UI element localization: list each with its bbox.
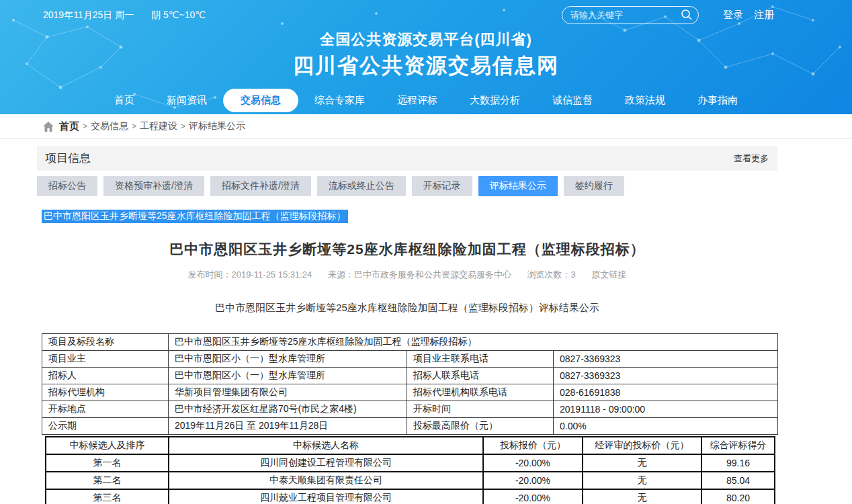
candidate-price: -20.00% — [483, 489, 583, 504]
info-value: 巴中市恩阳区小（一）型水库管理所 — [169, 368, 407, 384]
info-label: 开标地点 — [42, 401, 169, 418]
table-row: 招标人 巴中市恩阳区小（一）型水库管理所 招标人联系电话 0827-336932… — [42, 368, 778, 384]
col-header-rank: 中标候选人及排序 — [46, 437, 169, 454]
info-label: 公示期 — [42, 418, 169, 435]
tab-prequalification-supplement[interactable]: 资格预审补遗/澄清 — [103, 176, 204, 196]
view-count: 浏览次数：3 — [527, 269, 576, 280]
project-info-bar: 项目信息 查看更多 — [37, 146, 777, 171]
tab-bid-announcement[interactable]: 招标公告 — [37, 176, 97, 196]
candidate-name: 四川同创建设工程管理有限公司 — [169, 454, 483, 472]
date-weather: 2019年11月25日 周一阴 5℃~10℃ — [43, 9, 223, 22]
nav-item-guide[interactable]: 办事指南 — [681, 89, 754, 112]
site-title: 四川省公共资源交易信息网 — [0, 52, 852, 80]
candidate-rank: 第三名 — [46, 489, 169, 504]
candidate-score: 80.20 — [701, 489, 775, 504]
tab-failed-or-terminated[interactable]: 流标或终止公告 — [317, 176, 406, 196]
table-row: 第二名 中泰天顺集团有限责任公司 -20.00% 无 85.04 — [46, 472, 775, 489]
info-label: 开标时间 — [407, 401, 554, 418]
search-box — [562, 6, 699, 24]
info-value: 028-61691838 — [554, 384, 778, 401]
nav-item-news[interactable]: 新闻资讯 — [151, 89, 223, 112]
info-label: 招标人 — [42, 368, 169, 384]
breadcrumb-trade-info[interactable]: 交易信息 — [91, 120, 128, 132]
info-label: 招标代理机构联系电话 — [407, 384, 554, 401]
nav-item-remote-eval[interactable]: 远程评标 — [381, 89, 454, 112]
col-header-score: 综合评标得分 — [701, 437, 775, 454]
table-row: 公示期 2019年11月26日 至 2019年11月28日 投标最高限价（元） … — [42, 418, 778, 435]
platform-title: 全国公共资源交易平台(四川省) — [0, 30, 852, 50]
info-label: 投标最高限价（元） — [407, 418, 554, 435]
info-value: 0827-3369323 — [554, 368, 778, 384]
candidate-rank: 第二名 — [46, 472, 169, 489]
view-more-link[interactable]: 查看更多 — [734, 153, 769, 165]
info-value: 0827-3369323 — [554, 351, 778, 368]
candidate-price: -20.00% — [483, 454, 583, 472]
login-link[interactable]: 登录 — [723, 9, 743, 22]
breadcrumb-separator: > — [132, 122, 136, 131]
candidates-table: 中标候选人及排序 中标候选人名称 投标报价（元） 经评审的投标价（元） 综合评标… — [45, 436, 775, 504]
search-input[interactable] — [562, 6, 699, 24]
section-title: 项目信息 — [45, 151, 91, 166]
table-header-row: 中标候选人及排序 中标候选人名称 投标报价（元） 经评审的投标价（元） 综合评标… — [46, 437, 775, 454]
breadcrumb-eval-result[interactable]: 评标结果公示 — [189, 120, 245, 132]
table-row: 第一名 四川同创建设工程管理有限公司 -20.00% 无 99.16 — [46, 454, 775, 472]
article-subtitle: 巴中市恩阳区玉井乡断垭等25座水库枢纽除险加固工程（监理标段招标）评标结果公示 — [37, 302, 777, 314]
breadcrumb-separator: > — [181, 122, 185, 131]
col-header-name: 中标候选人名称 — [169, 437, 483, 454]
breadcrumb-home[interactable]: 首页 — [59, 120, 79, 133]
site-header: 2019年11月25日 周一阴 5℃~10℃ 登录 注册 全国公共资源交易平台(… — [0, 0, 852, 114]
candidate-score: 99.16 — [701, 454, 775, 472]
content-container: 项目信息 查看更多 招标公告 资格预审补遗/澄清 招标文件补遗/澄清 流标或终止… — [37, 139, 777, 504]
source: 来源：巴中市政务服务和公共资源交易服务中心 — [328, 269, 511, 280]
project-link-selected[interactable]: 巴中市恩阳区玉井乡断垭等25座水库枢纽除险加固工程（监理标段招标） — [42, 210, 348, 223]
table-row: 招标代理机构 华新项目管理集团有限公司 招标代理机构联系电话 028-61691… — [42, 384, 778, 401]
table-row: 开标地点 巴中市经济开发区红星路70号(市民之家4楼) 开标时间 2019111… — [42, 401, 778, 418]
topbar: 2019年11月25日 周一阴 5℃~10℃ 登录 注册 — [0, 0, 852, 24]
info-label: 招标代理机构 — [42, 384, 169, 401]
info-value: 华新项目管理集团有限公司 — [169, 384, 407, 401]
nav-item-expert-pool[interactable]: 综合专家库 — [298, 89, 381, 112]
register-link[interactable]: 注册 — [754, 9, 774, 22]
table-row: 项目及标段名称 巴中市恩阳区玉井乡断垭等25座水库枢纽除险加固工程（监理标段招标… — [42, 334, 778, 351]
weather-text: 阴 5℃~10℃ — [151, 9, 206, 20]
tab-bid-doc-supplement[interactable]: 招标文件补遗/澄清 — [210, 176, 311, 196]
tab-eval-result[interactable]: 评标结果公示 — [478, 176, 558, 196]
home-icon — [43, 122, 54, 132]
candidate-reviewed-price: 无 — [583, 489, 701, 504]
candidate-name: 四川兢业工程项目管理有限公司 — [169, 489, 483, 504]
col-header-reviewed-price: 经评审的投标价（元） — [583, 437, 701, 454]
breadcrumb-engineering[interactable]: 工程建设 — [140, 120, 177, 132]
article-meta: 发布时间：2019-11-25 15:31:24 来源：巴中市政务服务和公共资源… — [37, 269, 777, 281]
col-header-price: 投标报价（元） — [483, 437, 583, 454]
tab-contract-performance[interactable]: 签约履行 — [564, 176, 624, 196]
candidate-price: -20.00% — [483, 472, 583, 489]
project-tabs: 招标公告 资格预审补遗/澄清 招标文件补遗/澄清 流标或终止公告 开标记录 评标… — [37, 176, 777, 196]
info-value: 巴中市经济开发区红星路70号(市民之家4楼) — [169, 401, 407, 418]
nav-item-trade-info[interactable]: 交易信息 — [223, 89, 298, 112]
candidate-reviewed-price: 无 — [583, 472, 701, 489]
info-label: 项目业主 — [42, 351, 169, 368]
main-nav: 首页 新闻资讯 交易信息 综合专家库 远程评标 大数据分析 诚信监督 政策法规 … — [0, 89, 852, 112]
table-row: 项目业主 巴中市恩阳区小（一）型水库管理所 项目业主联系电话 0827-3369… — [42, 351, 778, 368]
info-value: 2019年11月26日 至 2019年11月28日 — [169, 418, 407, 435]
nav-item-policy[interactable]: 政策法规 — [609, 89, 681, 112]
nav-item-integrity[interactable]: 诚信监督 — [536, 89, 609, 112]
candidate-name: 中泰天顺集团有限责任公司 — [169, 472, 483, 489]
info-value: 20191118 - 09:00:00 — [554, 401, 778, 418]
nav-item-home[interactable]: 首页 — [98, 89, 151, 112]
info-value: 巴中市恩阳区小（一）型水库管理所 — [169, 351, 407, 368]
table-row: 第三名 四川兢业工程项目管理有限公司 -20.00% 无 80.20 — [46, 489, 775, 504]
info-value: 巴中市恩阳区玉井乡断垭等25座水库枢纽除险加固工程（监理标段招标） — [169, 334, 778, 351]
nav-item-big-data[interactable]: 大数据分析 — [454, 89, 536, 112]
candidate-reviewed-price: 无 — [583, 454, 701, 472]
candidate-score: 85.04 — [701, 472, 775, 489]
tab-bid-opening-record[interactable]: 开标记录 — [412, 176, 472, 196]
info-label: 项目及标段名称 — [42, 334, 169, 351]
project-info-table: 项目及标段名称 巴中市恩阳区玉井乡断垭等25座水库枢纽除险加固工程（监理标段招标… — [42, 333, 778, 435]
breadcrumb: 首页 > 交易信息 > 工程建设 > 评标结果公示 — [0, 114, 852, 139]
original-link[interactable]: 原文链接 — [591, 269, 626, 280]
info-label: 项目业主联系电话 — [407, 351, 554, 368]
search-icon[interactable] — [681, 9, 693, 21]
publish-time: 发布时间：2019-11-25 15:31:24 — [188, 269, 312, 280]
breadcrumb-separator: > — [83, 122, 87, 131]
